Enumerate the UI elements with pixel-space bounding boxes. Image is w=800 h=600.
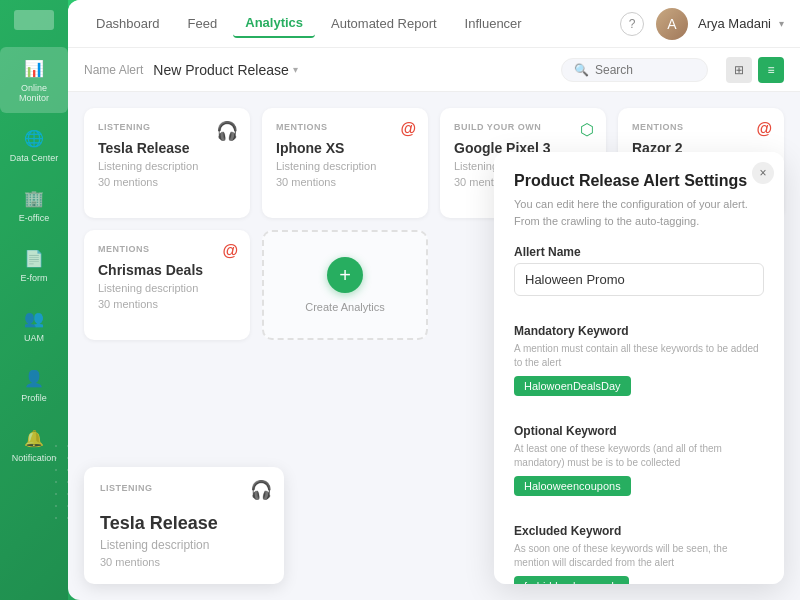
view-toggle: ⊞ ≡ <box>726 57 784 83</box>
online-monitor-icon: 📊 <box>23 57 45 79</box>
optional-keyword-tag[interactable]: Halooweencoupons <box>514 476 631 496</box>
content-area: LISTENING 🎧 Tesla Release Listening desc… <box>68 92 800 600</box>
create-label: Create Analytics <box>305 301 384 313</box>
sidebar-item-uam[interactable]: 👥 UAM <box>0 297 68 353</box>
card-mentions-5: 30 mentions <box>98 298 236 310</box>
card-tesla-release[interactable]: LISTENING 🎧 Tesla Release Listening desc… <box>84 108 250 218</box>
nav-analytics[interactable]: Analytics <box>233 9 315 38</box>
excluded-keyword-section: Excluded Keyword As soon one of these ke… <box>514 524 764 584</box>
card-type-3: BUILD YOUR OWN <box>454 122 592 132</box>
panel-description: You can edit here the configuration of y… <box>514 196 764 229</box>
sidebar-item-profile[interactable]: 👤 Profile <box>0 357 68 413</box>
optional-keyword-sub: At least one of these keywords (and all … <box>514 442 764 470</box>
settings-panel: × Product Release Alert Settings You can… <box>494 152 784 584</box>
alert-name-label: Allert Name <box>514 245 764 259</box>
panel-close-button[interactable]: × <box>752 162 774 184</box>
optional-keyword-section: Optional Keyword At least one of these k… <box>514 424 764 510</box>
card-large-icon: 🎧 <box>250 479 272 501</box>
alert-bar-label: Name Alert <box>84 63 143 77</box>
card-type-5: MENTIONS <box>98 244 236 254</box>
card-type-2: MENTIONS <box>276 122 414 132</box>
data-center-icon: 🌐 <box>23 127 45 149</box>
create-analytics-card[interactable]: + Create Analytics <box>262 230 428 340</box>
user-avatar: A <box>656 8 688 40</box>
create-plus-button[interactable]: + <box>327 257 363 293</box>
sidebar-item-notification[interactable]: 🔔 Notification <box>0 417 68 473</box>
alert-name-input[interactable] <box>514 263 764 296</box>
excluded-keyword-sub: As soon one of these keywords will be se… <box>514 542 764 570</box>
uam-icon: 👥 <box>23 307 45 329</box>
card-type-4: MENTIONS <box>632 122 770 132</box>
main-area: Dashboard Feed Analytics Automated Repor… <box>68 0 800 600</box>
sidebar-label-e-office: E-office <box>19 213 49 223</box>
card-title-1: Tesla Release <box>98 140 236 156</box>
card-mentions-1: 30 mentions <box>98 176 236 188</box>
card-title-5: Chrismas Deals <box>98 262 236 278</box>
help-button[interactable]: ? <box>620 12 644 36</box>
excluded-keyword-label: Excluded Keyword <box>514 524 764 538</box>
user-chevron-icon[interactable]: ▾ <box>779 18 784 29</box>
card-icon-1: 🎧 <box>216 120 238 142</box>
sidebar-item-e-office[interactable]: 🏢 E-office <box>0 177 68 233</box>
sidebar-label-uam: UAM <box>24 333 44 343</box>
alert-name-text: New Product Release <box>153 62 288 78</box>
card-large-tesla[interactable]: LISTENING 🎧 Tesla Release Listening desc… <box>84 467 284 584</box>
optional-keyword-label: Optional Keyword <box>514 424 764 438</box>
panel-title: Product Release Alert Settings <box>514 172 764 190</box>
alert-name[interactable]: New Product Release ▾ <box>153 62 297 78</box>
card-desc-2: Listening description <box>276 160 414 172</box>
nav-feed[interactable]: Feed <box>176 10 230 37</box>
card-large-mentions: 30 mentions <box>100 556 268 568</box>
nav-influencer[interactable]: Influencer <box>453 10 534 37</box>
search-input[interactable] <box>595 63 695 77</box>
card-desc-1: Listening description <box>98 160 236 172</box>
sidebar-item-e-form[interactable]: 📄 E-form <box>0 237 68 293</box>
mandatory-keyword-section: Mandatory Keyword A mention must contain… <box>514 324 764 410</box>
sidebar-item-data-center[interactable]: 🌐 Data Center <box>0 117 68 173</box>
card-large-desc: Listening description <box>100 538 268 552</box>
search-box: 🔍 <box>561 58 708 82</box>
card-title-2: Iphone XS <box>276 140 414 156</box>
search-icon: 🔍 <box>574 63 589 77</box>
sidebar-label-profile: Profile <box>21 393 47 403</box>
card-large-title: Tesla Release <box>100 513 268 534</box>
sidebar-label-e-form: E-form <box>21 273 48 283</box>
card-icon-3: ⬡ <box>580 120 594 139</box>
e-form-icon: 📄 <box>23 247 45 269</box>
sidebar-logo <box>14 10 54 30</box>
excluded-keyword-tag[interactable]: forbidden keywords <box>514 576 629 584</box>
grid-view-icon[interactable]: ⊞ <box>726 57 752 83</box>
sidebar-label-online-monitor: Online Monitor <box>5 83 63 103</box>
card-christmas[interactable]: MENTIONS @ Chrismas Deals Listening desc… <box>84 230 250 340</box>
mandatory-keyword-tag[interactable]: HalowoenDealsDay <box>514 376 631 396</box>
list-view-icon[interactable]: ≡ <box>758 57 784 83</box>
alert-name-section: Allert Name <box>514 245 764 310</box>
sidebar-item-online-monitor[interactable]: 📊 Online Monitor <box>0 47 68 113</box>
card-desc-5: Listening description <box>98 282 236 294</box>
card-icon-2: @ <box>400 120 416 138</box>
alert-bar: Name Alert New Product Release ▾ 🔍 ⊞ ≡ <box>68 48 800 92</box>
nav-dashboard[interactable]: Dashboard <box>84 10 172 37</box>
notification-icon: 🔔 <box>23 427 45 449</box>
sidebar-label-notification: Notification <box>12 453 57 463</box>
top-nav: Dashboard Feed Analytics Automated Repor… <box>68 0 800 48</box>
card-large-type: LISTENING <box>100 483 268 493</box>
profile-icon: 👤 <box>23 367 45 389</box>
e-office-icon: 🏢 <box>23 187 45 209</box>
card-mentions-2: 30 mentions <box>276 176 414 188</box>
mandatory-keyword-sub: A mention must contain all these keyword… <box>514 342 764 370</box>
card-icon-5: @ <box>222 242 238 260</box>
alert-chevron-icon: ▾ <box>293 64 298 75</box>
card-icon-4: @ <box>756 120 772 138</box>
sidebar: 📊 Online Monitor 🌐 Data Center 🏢 E-offic… <box>0 0 68 600</box>
nav-automated-report[interactable]: Automated Report <box>319 10 449 37</box>
card-iphone-xs[interactable]: MENTIONS @ Iphone XS Listening descripti… <box>262 108 428 218</box>
mandatory-keyword-label: Mandatory Keyword <box>514 324 764 338</box>
user-name: Arya Madani <box>698 16 771 31</box>
sidebar-label-data-center: Data Center <box>10 153 59 163</box>
